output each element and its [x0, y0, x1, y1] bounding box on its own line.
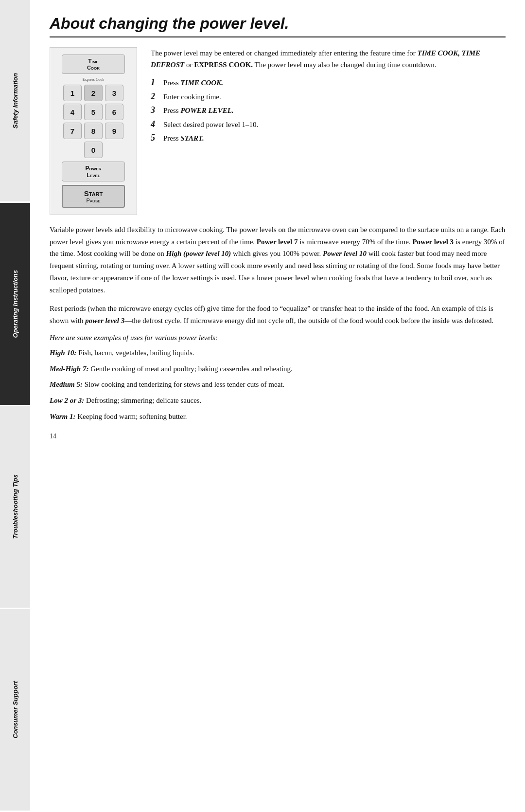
body-paragraph-1: Variable power levels add flexibility to…	[50, 224, 506, 296]
step-5: 5 Press START.	[151, 133, 506, 144]
key-1[interactable]: 1	[63, 85, 82, 101]
step-1-text: Press TIME COOK.	[163, 77, 223, 89]
power-medium-5: Medium 5: Slow cooking and tenderizing f…	[50, 379, 506, 391]
key-2[interactable]: 2	[84, 85, 103, 101]
key-3[interactable]: 3	[105, 85, 123, 101]
keypad-panel: Time Cook Express Cook 1 2 3 4 5 6 7 8 9…	[50, 47, 137, 215]
power-level-label-line1: Power	[64, 165, 122, 172]
key-9[interactable]: 9	[105, 123, 123, 139]
step-5-text: Press START.	[163, 133, 204, 144]
sidebar-section-consumer[interactable]: Consumer Support	[0, 609, 30, 812]
numpad-grid: 1 2 3 4 5 6 7 8 9 0	[63, 85, 123, 158]
main-content: About changing the power level. Time Coo…	[30, 0, 525, 812]
pause-label: Pause	[65, 198, 122, 203]
step-2: 2 Enter cooking time.	[151, 91, 506, 103]
time-cook-label-line2: Cook	[64, 65, 122, 71]
key-7[interactable]: 7	[63, 123, 82, 139]
power-high-10: High 10: Fish, bacon, vegetables, boilin…	[50, 347, 506, 359]
step-3-text: Press POWER LEVEL.	[163, 105, 234, 116]
content-area: Time Cook Express Cook 1 2 3 4 5 6 7 8 9…	[50, 47, 506, 215]
power-low-2-or-3: Low 2 or 3: Defrosting; simmering; delic…	[50, 395, 506, 407]
step-2-num: 2	[151, 91, 159, 102]
page-title: About changing the power level.	[50, 15, 506, 37]
sidebar-section-safety[interactable]: Safety Information	[0, 0, 30, 203]
key-spacer-right	[105, 142, 123, 158]
key-0[interactable]: 0	[84, 142, 103, 158]
page-number: 14	[50, 433, 506, 440]
sidebar-section-operating[interactable]: Operating Instructions	[0, 203, 30, 406]
step-4: 4 Select desired power level 1–10.	[151, 119, 506, 130]
key-5[interactable]: 5	[84, 104, 103, 120]
key-6[interactable]: 6	[105, 104, 123, 120]
power-level-button[interactable]: Power Level	[62, 162, 125, 181]
sidebar-label-troubleshooting: Troubleshooting Tips	[12, 474, 19, 539]
step-1-num: 1	[151, 77, 159, 88]
key-8[interactable]: 8	[84, 123, 103, 139]
step-3-num: 3	[151, 105, 159, 115]
sidebar: Safety Information Operating Instruction…	[0, 0, 30, 812]
key-spacer-left	[63, 142, 82, 158]
step-1: 1 Press TIME COOK.	[151, 77, 506, 89]
step-4-text: Select desired power level 1–10.	[163, 119, 258, 130]
start-pause-button[interactable]: Start Pause	[62, 185, 125, 208]
sidebar-label-safety: Safety Information	[12, 73, 19, 128]
step-2-text: Enter cooking time.	[163, 91, 221, 103]
time-cook-label-line1: Time	[64, 58, 122, 65]
power-warm-1: Warm 1: Keeping food warm; softening but…	[50, 411, 506, 423]
express-cook-label: Express Cook	[83, 77, 105, 82]
key-4[interactable]: 4	[63, 104, 82, 120]
examples-heading: Here are some examples of uses for vario…	[50, 334, 506, 342]
sidebar-section-troubleshooting[interactable]: Troubleshooting Tips	[0, 406, 30, 609]
power-med-high-7: Med-High 7: Gentle cooking of meat and p…	[50, 363, 506, 375]
sidebar-label-consumer: Consumer Support	[12, 681, 19, 739]
steps-list: 1 Press TIME COOK. 2 Enter cooking time.…	[151, 77, 506, 144]
start-label: Start	[65, 189, 122, 198]
step-3: 3 Press POWER LEVEL.	[151, 105, 506, 116]
step-5-num: 5	[151, 133, 159, 143]
text-area: The power level may be entered or change…	[151, 47, 506, 215]
intro-text: The power level may be entered or change…	[151, 47, 506, 71]
body-paragraph-2: Rest periods (when the microwave energy …	[50, 303, 506, 327]
step-4-num: 4	[151, 119, 159, 129]
power-level-label-line2: Level	[64, 172, 122, 178]
sidebar-label-operating: Operating Instructions	[12, 270, 19, 338]
time-cook-button[interactable]: Time Cook	[62, 54, 125, 74]
